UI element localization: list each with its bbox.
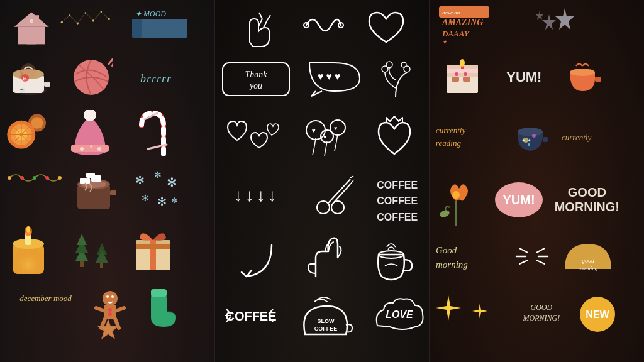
coffee-label-sticker[interactable]: COFFEE (221, 297, 281, 334)
svg-rect-2 (27, 34, 36, 45)
svg-text:✻: ✻ (135, 174, 145, 187)
small-hearts-sticker[interactable] (225, 116, 281, 160)
svg-point-93 (108, 312, 112, 316)
chat-hearts-sticker[interactable]: ♥ ♥ ♥ (306, 60, 363, 97)
svg-line-172 (519, 248, 528, 253)
svg-point-45 (90, 145, 92, 148)
svg-rect-43 (71, 145, 109, 152)
orange-slices-sticker[interactable] (3, 110, 53, 154)
gift-box-sticker[interactable] (131, 226, 178, 273)
snowflakes-sticker: ✻ ✻ ✻ ✻ ✻ ✻ (132, 167, 182, 214)
svg-text:✻: ✻ (23, 76, 27, 82)
svg-line-99 (264, 20, 267, 28)
svg-text:COFFEE: COFFEE (225, 309, 276, 323)
crown-heart-sticker[interactable] (372, 116, 416, 160)
svg-rect-103 (223, 63, 289, 96)
svg-point-154 (570, 69, 595, 76)
good-morning-badge[interactable]: good morning (558, 238, 618, 272)
svg-text:you: you (248, 81, 262, 90)
svg-rect-60 (86, 173, 95, 178)
scissors-sticker[interactable] (309, 173, 357, 220)
svg-point-52 (45, 176, 49, 180)
hand-wave-sticker[interactable] (240, 8, 281, 48)
svg-text:↓↓↓↓: ↓↓↓↓ (234, 185, 279, 205)
hot-cocoa-mug[interactable] (72, 167, 119, 214)
svg-line-121 (333, 184, 350, 203)
svg-point-91 (111, 295, 114, 298)
yum-pink-badge[interactable]: YUM! (492, 179, 546, 220)
svg-point-44 (80, 147, 84, 151)
svg-point-165 (452, 191, 460, 199)
sparkle-stars-sticker (433, 292, 502, 333)
candle-jar-sticker[interactable] (8, 226, 48, 277)
space-cup-sticker[interactable]: ✦ ✦ (510, 118, 551, 159)
svg-text:reading: reading (436, 138, 461, 148)
svg-line-176 (536, 260, 545, 264)
have-amazing-day-sticker[interactable]: have an AMAZING DAAAY ✦ (439, 5, 521, 46)
svg-point-161 (528, 143, 530, 146)
svg-text:YUM!: YUM! (503, 193, 535, 207)
slow-coffee-sticker[interactable]: SLOW COFFEE (296, 297, 358, 337)
coffee-text-sticker: COFFEECOFFEECOFFEE (369, 173, 426, 229)
heart-outline-sticker[interactable] (366, 8, 407, 48)
cake-slice-sticker[interactable] (439, 57, 486, 101)
currently-text-sticker: currently (558, 123, 618, 151)
svg-text:♥: ♥ (312, 127, 316, 134)
curved-arrow-sticker (234, 236, 284, 286)
svg-point-4 (30, 19, 33, 23)
svg-point-49 (8, 176, 11, 180)
coffee-cup-doodle-sticker[interactable] (369, 236, 416, 283)
pine-trees-sticker[interactable] (69, 226, 116, 273)
yarn-ball-sticker[interactable] (69, 55, 113, 96)
orange-flower-sticker[interactable] (437, 179, 475, 226)
new-badge-sticker[interactable]: NEW (577, 294, 618, 335)
svg-text:♥: ♥ (334, 125, 337, 131)
svg-text:♥: ♥ (323, 134, 326, 140)
panel-left: ✦ MOOD ✻ ☕ (0, 0, 214, 362)
svg-rect-158 (543, 137, 548, 142)
garland-sticker (6, 168, 66, 187)
candy-cane-sticker[interactable] (129, 110, 179, 160)
svg-point-46 (97, 147, 101, 151)
green-sock-sticker[interactable] (142, 286, 186, 330)
svg-point-50 (20, 176, 24, 180)
svg-text:good: good (582, 257, 595, 264)
svg-point-152 (455, 72, 458, 76)
svg-rect-149 (452, 77, 459, 82)
pinky-promise-sticker[interactable] (303, 233, 353, 283)
balloon-hearts-sticker[interactable]: ♥ ♥ ♥ (303, 116, 353, 163)
svg-line-86 (96, 308, 105, 311)
svg-text:have an: have an (442, 9, 460, 16)
star-cookie[interactable] (96, 317, 121, 343)
svg-text:morning: morning (579, 265, 598, 272)
mood-book[interactable]: ✦ MOOD (132, 5, 189, 40)
svg-rect-57 (110, 190, 116, 195)
flower-branch-sticker[interactable] (375, 60, 416, 101)
hello-text-sticker: GOOD MORNING! (558, 182, 615, 217)
love-cloud-sticker[interactable]: LOVE (371, 294, 428, 335)
svg-point-109 (386, 62, 392, 68)
svg-rect-20 (132, 19, 142, 38)
good-morning-sticker: Good morning (433, 238, 502, 275)
svg-text:DAAAY: DAAAY (441, 29, 470, 38)
svg-marker-140 (555, 8, 574, 30)
svg-line-12 (62, 16, 70, 23)
good-morning2-sticker: GOODMORNING! (511, 294, 571, 332)
house-sticker[interactable] (9, 9, 53, 47)
svg-marker-78 (97, 243, 107, 255)
thank-you-sticker[interactable]: Thank you (221, 60, 291, 97)
svg-text:✻: ✻ (157, 195, 167, 208)
winter-hat-sticker[interactable] (69, 110, 110, 157)
svg-line-123 (350, 180, 353, 184)
svg-line-14 (77, 13, 86, 23)
svg-line-16 (93, 12, 101, 21)
svg-rect-96 (151, 289, 167, 297)
svg-text:Thank: Thank (245, 70, 267, 79)
coffee-mug-right-sticker[interactable] (560, 57, 604, 97)
svg-text:✻: ✻ (167, 175, 177, 189)
svg-text:✻: ✻ (171, 196, 177, 205)
hot-chocolate-sticker[interactable]: ✻ ☕ (6, 55, 53, 99)
svg-point-111 (306, 121, 325, 140)
sticker-collection: ✦ MOOD ✻ ☕ (0, 0, 644, 362)
svg-point-90 (106, 295, 109, 298)
